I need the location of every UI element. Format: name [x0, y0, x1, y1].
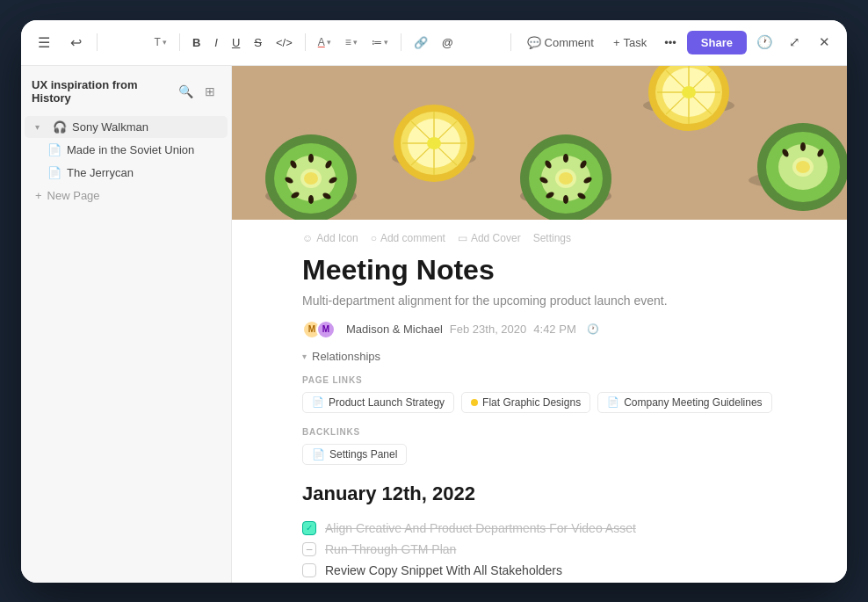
code-button[interactable]: </>: [271, 33, 298, 53]
new-page-label: New Page: [47, 189, 100, 202]
sidebar-item-sony-walkman[interactable]: ▾ 🎧 Sony Walkman: [25, 116, 228, 138]
history-icon: 🕐: [756, 34, 773, 50]
toolbar-center: T ▾ B I U S </> A ▾: [106, 33, 502, 53]
page-link-label-2: Flat Graphic Designs: [482, 396, 581, 409]
back-button[interactable]: ↩: [63, 30, 88, 54]
new-page-button[interactable]: + New Page: [25, 185, 228, 207]
toolbar: ☰ ↩ T ▾ B I U S: [21, 20, 847, 66]
bold-label: B: [192, 36, 200, 49]
page-subtitle: Multi-department alignment for the upcom…: [302, 294, 777, 308]
backlink-settings-panel[interactable]: 📄 Settings Panel: [302, 444, 407, 465]
strikethrough-button[interactable]: S: [249, 33, 267, 53]
more-icon: •••: [664, 36, 676, 49]
author-name: Madison & Michael: [346, 323, 443, 336]
task-button[interactable]: + Task: [606, 33, 654, 53]
nav-icon-jerrycan: 📄: [47, 166, 61, 179]
text-style-button[interactable]: T ▾: [149, 33, 172, 52]
settings-action[interactable]: Settings: [533, 232, 571, 244]
cover-icon: ▭: [458, 232, 467, 244]
page-authors-row: M M Madison & Michael Feb 23th, 2020 4:4…: [302, 320, 777, 339]
search-icon: 🔍: [178, 84, 193, 98]
sidebar-item-jerrycan[interactable]: 📄 The Jerrycan: [25, 162, 228, 184]
bold-button[interactable]: B: [187, 33, 206, 53]
date-heading: January 12th, 2022: [302, 482, 777, 505]
task-checkbox-2[interactable]: –: [302, 542, 316, 556]
task-item-2: – Run-Through GTM Plan: [302, 539, 777, 560]
strike-label: S: [254, 36, 262, 49]
toolbar-left: ☰ ↩: [32, 30, 88, 54]
sidebar: UX inspiration from History 🔍 ⊞ ▾ 🎧 Sony…: [21, 66, 232, 583]
toolbar-separator-3: [305, 33, 306, 51]
close-icon: ✕: [819, 34, 830, 50]
check-mark-1: ✓: [306, 523, 313, 533]
underline-button[interactable]: U: [227, 33, 245, 53]
mention-button[interactable]: @: [437, 33, 459, 53]
sidebar-title: UX inspiration from History: [32, 78, 175, 105]
page-link-product-launch[interactable]: 📄 Product Launch Strategy: [302, 392, 454, 413]
svg-point-55: [796, 161, 810, 173]
list-button[interactable]: ≔ ▾: [366, 33, 394, 52]
font-color-button[interactable]: A ▾: [313, 33, 336, 52]
comment-icon: 💬: [527, 36, 541, 49]
chip-dot-yellow: [471, 399, 478, 406]
comment-circle-icon: ○: [371, 232, 377, 244]
font-color-chevron: ▾: [327, 38, 331, 47]
page-links-row: 📄 Product Launch Strategy Flat Graphic D…: [302, 392, 777, 413]
mention-icon: @: [442, 36, 453, 49]
page-content: ☺ Add Icon ○ Add comment ▭ Add Cover Set…: [232, 220, 847, 583]
add-cover-action[interactable]: ▭ Add Cover: [458, 232, 521, 244]
task-label-1: Align Creative And Product Departments F…: [325, 521, 636, 535]
text-style-chevron: ▾: [163, 38, 167, 47]
font-color-label: A: [318, 36, 325, 48]
italic-button[interactable]: I: [209, 33, 223, 53]
page-link-label-3: Company Meeting Guidelines: [624, 396, 762, 409]
sidebar-search-button[interactable]: 🔍: [175, 81, 196, 102]
close-button[interactable]: ✕: [812, 30, 836, 54]
back-icon: ↩: [70, 34, 82, 51]
underline-label: U: [232, 36, 240, 49]
dash-mark-2: –: [307, 543, 313, 555]
menu-button[interactable]: ☰: [32, 30, 56, 54]
task-checkbox-3[interactable]: [302, 563, 316, 577]
toolbar-separator-5: [510, 33, 511, 51]
backlink-icon-1: 📄: [312, 448, 325, 461]
page-link-flat-graphic[interactable]: Flat Graphic Designs: [461, 392, 590, 413]
share-label: Share: [701, 36, 733, 49]
task-item-1: ✓ Align Creative And Product Departments…: [302, 518, 777, 539]
task-label-2: Run-Through GTM Plan: [325, 542, 456, 556]
svg-point-39: [559, 172, 573, 185]
more-button[interactable]: •••: [659, 33, 682, 53]
svg-point-18: [304, 172, 318, 185]
list-chevron: ▾: [384, 38, 388, 47]
content-area: ☺ Add Icon ○ Add comment ▭ Add Cover Set…: [232, 66, 847, 583]
expand-button[interactable]: ⤢: [782, 30, 807, 54]
svg-point-15: [308, 195, 314, 204]
sidebar-item-soviet[interactable]: 📄 Made in the Soviet Union: [25, 139, 228, 161]
main-layout: UX inspiration from History 🔍 ⊞ ▾ 🎧 Sony…: [21, 66, 847, 583]
link-button[interactable]: 🔗: [409, 33, 433, 53]
italic-label: I: [214, 36, 218, 49]
history-button[interactable]: 🕐: [752, 30, 777, 54]
relationships-row[interactable]: ▾ Relationships: [302, 350, 777, 363]
comment-button[interactable]: 💬 Comment: [520, 33, 601, 53]
task-item-3: Review Copy Snippet With All Stakeholder…: [302, 560, 777, 581]
add-comment-action[interactable]: ○ Add comment: [371, 232, 445, 244]
page-link-icon-3: 📄: [607, 396, 619, 408]
page-link-company-meeting[interactable]: 📄 Company Meeting Guidelines: [597, 392, 771, 413]
sidebar-header-icons: 🔍 ⊞: [175, 81, 221, 102]
nav-arrow-sony: ▾: [35, 122, 47, 132]
share-button[interactable]: Share: [687, 31, 747, 54]
sidebar-layout-button[interactable]: ⊞: [199, 81, 221, 102]
settings-label: Settings: [533, 232, 571, 244]
backlink-label-1: Settings Panel: [329, 448, 397, 461]
smiley-icon: ☺: [302, 232, 313, 244]
task-checkbox-1[interactable]: ✓: [302, 521, 316, 535]
add-icon-action[interactable]: ☺ Add Icon: [302, 232, 358, 244]
nav-icon-sony: 🎧: [53, 120, 67, 134]
align-button[interactable]: ≡ ▾: [340, 33, 363, 52]
svg-point-11: [308, 154, 314, 163]
sidebar-header: UX inspiration from History 🔍 ⊞: [21, 66, 231, 112]
text-style-label: T: [155, 36, 161, 48]
clock-icon: 🕐: [587, 323, 599, 335]
task-label: Task: [623, 36, 647, 49]
